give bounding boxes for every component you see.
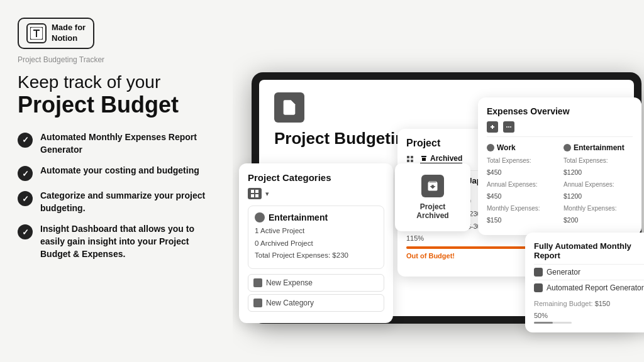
entertainment-stats: Total Expenses: $1200 Annual Expenses: $… (564, 155, 633, 226)
left-panel: Made forNotion Project Budgeting Tracker… (0, 0, 233, 362)
new-category-label: New Category (266, 299, 314, 307)
active-projects: 1 Active Project (255, 225, 377, 238)
check-icon-2 (18, 166, 33, 181)
report-progress-fill (534, 322, 553, 324)
expenses-columns: Work Total Expenses: $450 Annual Expense… (487, 143, 633, 226)
svg-rect-2 (286, 111, 290, 112)
toolbar-grid-icon[interactable] (248, 188, 262, 199)
notion-badge: Made forNotion (18, 18, 94, 49)
check-icon-3 (18, 191, 33, 206)
auto-report-icon (534, 283, 543, 292)
generator-label: Generator (547, 268, 580, 277)
svg-rect-6 (255, 194, 258, 197)
feature-item-1: Automated Monthly Expenses Report Genera… (18, 131, 215, 156)
svg-rect-10 (411, 160, 413, 162)
report-card: Fully Automated Monthly Report Generator… (525, 233, 644, 332)
entertainment-col-icon (564, 144, 571, 151)
new-expense-label: New Expense (266, 278, 313, 287)
expenses-toolbar (487, 121, 633, 137)
categories-card-title: Project Categories (248, 172, 384, 183)
category-stats: 1 Active Project 0 Archived Project Tota… (255, 225, 377, 262)
check-icon-4 (18, 224, 33, 239)
feature-text-2: Automate your costing and budgeting (40, 165, 199, 177)
features-list: Automated Monthly Expenses Report Genera… (18, 131, 215, 260)
report-card-title: Fully Automated Monthly Report (534, 241, 644, 260)
expenses-add-btn[interactable] (487, 121, 498, 133)
category-entertainment: Entertainment 1 Active Project 0 Archive… (248, 206, 384, 269)
svg-point-15 (510, 126, 511, 128)
report-auto-row: Automated Report Generator (534, 280, 644, 295)
generator-icon (534, 268, 543, 277)
feature-text-4: Insight Dashboard that allows you to eas… (40, 223, 215, 260)
svg-rect-9 (407, 160, 409, 162)
svg-rect-5 (251, 194, 254, 197)
report-progress-bar (534, 322, 572, 324)
expenses-card-title: Expenses Overview (487, 106, 633, 116)
work-column: Work Total Expenses: $450 Annual Expense… (487, 143, 556, 226)
archived-projects: 0 Archived Project (255, 238, 377, 250)
tab-all[interactable] (406, 154, 414, 164)
work-col-title: Work (487, 143, 556, 152)
entertainment-col-title: Entertainment (564, 143, 633, 152)
categories-card: Project Categories ▾ Entertainment 1 Act… (239, 163, 393, 323)
tab-archived[interactable]: Archived (420, 154, 462, 164)
feature-item-3: Categorize and summarize your project bu… (18, 190, 215, 214)
categories-toolbar: ▾ (248, 188, 384, 199)
check-icon-1 (18, 133, 33, 148)
product-name: Project Budgeting Tracker (18, 55, 215, 64)
archived-badge: Project Archived (395, 163, 470, 231)
new-expense-icon (253, 278, 262, 287)
svg-point-14 (508, 126, 509, 128)
svg-rect-1 (286, 108, 292, 109)
notion-logo (26, 23, 47, 43)
new-category-button[interactable]: New Category (248, 294, 384, 312)
archived-icon (421, 175, 444, 197)
svg-point-13 (506, 126, 508, 128)
notion-badge-text: Made forNotion (52, 23, 86, 44)
page-icon (274, 92, 304, 123)
expenses-menu-btn[interactable] (503, 121, 514, 133)
archived-badge-label: Project Archived (408, 202, 458, 220)
report-detail: Remaining Budget: $150 50% (534, 295, 644, 324)
right-panel: Project Budgeting Trac Project Categorie… (233, 0, 644, 362)
work-stats: Total Expenses: $450 Annual Expenses: $4… (487, 155, 556, 226)
toolbar-chevron-icon[interactable]: ▾ (265, 190, 269, 198)
svg-rect-8 (411, 156, 413, 158)
entertainment-column: Entertainment Total Expenses: $1200 Annu… (564, 143, 633, 226)
feature-item-2: Automate your costing and budgeting (18, 165, 215, 181)
new-category-icon (253, 299, 262, 307)
entertainment-icon (255, 212, 265, 222)
category-header: Entertainment (255, 212, 377, 222)
feature-text-3: Categorize and summarize your project bu… (40, 190, 215, 214)
auto-report-label: Automated Report Generator (547, 283, 644, 292)
work-icon (487, 144, 494, 151)
feature-item-4: Insight Dashboard that allows you to eas… (18, 223, 215, 260)
total-expenses: Total Project Expenses: $230 (255, 250, 377, 262)
headline-light: Keep track of your (18, 72, 215, 93)
report-generator-row: Generator (534, 264, 644, 280)
svg-rect-4 (255, 190, 258, 193)
feature-text-1: Automated Monthly Expenses Report Genera… (40, 131, 215, 156)
category-name: Entertainment (269, 212, 328, 222)
svg-rect-7 (407, 156, 409, 158)
svg-rect-3 (251, 190, 254, 193)
headline-bold: Project Budget (18, 92, 215, 118)
expenses-card: Expenses Overview Work Total Expenses: $… (478, 97, 641, 235)
new-expense-button[interactable]: New Expense (248, 274, 384, 292)
